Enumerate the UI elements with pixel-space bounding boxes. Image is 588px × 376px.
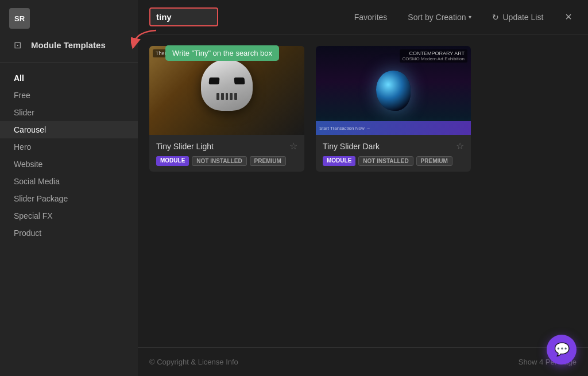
sidebar-item-slider-package[interactable]: Slider Package [0,190,138,207]
vent-2 [221,93,224,100]
helmet [201,59,253,111]
arrow-icon [131,29,160,52]
refresh-icon: ↻ [492,13,499,22]
sidebar: SR ⊡ Module Templates All Free Slider Ca… [0,0,138,376]
sort-button[interactable]: Sort by Creation ▾ [402,9,477,25]
card-title-row-light: Tiny Slider Light ☆ [156,141,297,152]
search-wrapper: Write "Tiny" on the search box [149,7,218,26]
update-list-button[interactable]: ↻ Update List [486,9,549,25]
card-info-dark: Tiny Slider Dark ☆ MODULE NOT INSTALLED … [316,135,471,172]
helmet-mouth [216,92,237,100]
favorite-star-dark[interactable]: ☆ [456,141,464,152]
badge-not-installed-dark: NOT INSTALLED [358,156,413,166]
vent-4 [230,93,233,100]
topbar: Write "Tiny" on the search box Favorites… [138,0,588,34]
sidebar-item-all[interactable]: All [0,69,138,87]
helmet-eye-right [234,77,245,84]
sort-label: Sort by Creation [408,13,466,22]
vent-5 [234,93,237,100]
sidebar-header: ⊡ Module Templates [0,37,138,63]
sidebar-item-website[interactable]: Website [0,156,138,173]
card-tiny-slider-dark[interactable]: CONTEMPORARY ART COSMO Modern Art Exhibi… [316,46,471,172]
copyright-text: © Copyright & License Info [149,358,238,366]
vent-1 [216,93,219,100]
card-badges-dark: MODULE NOT INSTALLED PREMIUM [323,156,464,166]
chat-icon: 💬 [554,342,570,357]
vent-3 [226,93,229,100]
sidebar-item-hero[interactable]: Hero [0,138,138,156]
chat-button[interactable]: 💬 [547,335,577,365]
sidebar-item-slider[interactable]: Slider [0,104,138,121]
close-button[interactable]: × [560,8,577,26]
content-area: Themepouch [138,34,588,347]
cards-grid: Themepouch [149,46,471,172]
stormtrooper-illustration [201,59,253,122]
card-thumbnail-dark: CONTEMPORARY ART COSMO Modern Art Exhibi… [316,46,471,135]
badge-not-installed-light: NOT INSTALLED [192,156,246,166]
art-bottom-bar: Start Transaction Now → [316,121,471,135]
sidebar-nav: All Free Slider Carousel Hero Website So… [0,63,138,249]
sidebar-item-product[interactable]: Product [0,224,138,242]
sidebar-title: Module Templates [31,40,106,50]
art-label-top: CONTEMPORARY ART COSMO Modern Art Exhibi… [400,49,467,63]
card-title-light: Tiny Slider Light [156,142,214,151]
sidebar-item-carousel[interactable]: Carousel [0,121,138,138]
badge-module-dark: MODULE [323,156,355,166]
sidebar-item-social-media[interactable]: Social Media [0,173,138,190]
update-list-label: Update List [502,13,543,22]
footer: © Copyright & License Info Show 4 Per Pa… [138,347,588,376]
search-input[interactable] [149,7,218,26]
sidebar-item-special-fx[interactable]: Special FX [0,207,138,224]
card-tiny-slider-light[interactable]: Themepouch [149,46,304,172]
sort-chevron-icon: ▾ [469,14,471,20]
badge-premium-dark: PREMIUM [416,156,452,166]
art-orb [376,71,411,111]
card-title-dark: Tiny Slider Dark [323,142,380,151]
helmet-eye-left [208,77,219,84]
main-panel: Write "Tiny" on the search box Favorites… [138,0,588,376]
favorite-star-light[interactable]: ☆ [289,141,297,152]
card-title-row-dark: Tiny Slider Dark ☆ [323,141,464,152]
search-tooltip: Write "Tiny" on the search box [165,45,279,61]
badge-premium-light: PREMIUM [250,156,286,166]
sidebar-item-free[interactable]: Free [0,87,138,104]
card-info-light: Tiny Slider Light ☆ MODULE NOT INSTALLED… [149,135,304,172]
favorites-button[interactable]: Favorites [349,9,393,25]
module-templates-icon: ⊡ [9,37,25,53]
card-badges-light: MODULE NOT INSTALLED PREMIUM [156,156,297,166]
logo: SR [9,8,30,29]
badge-module-light: MODULE [156,156,189,166]
